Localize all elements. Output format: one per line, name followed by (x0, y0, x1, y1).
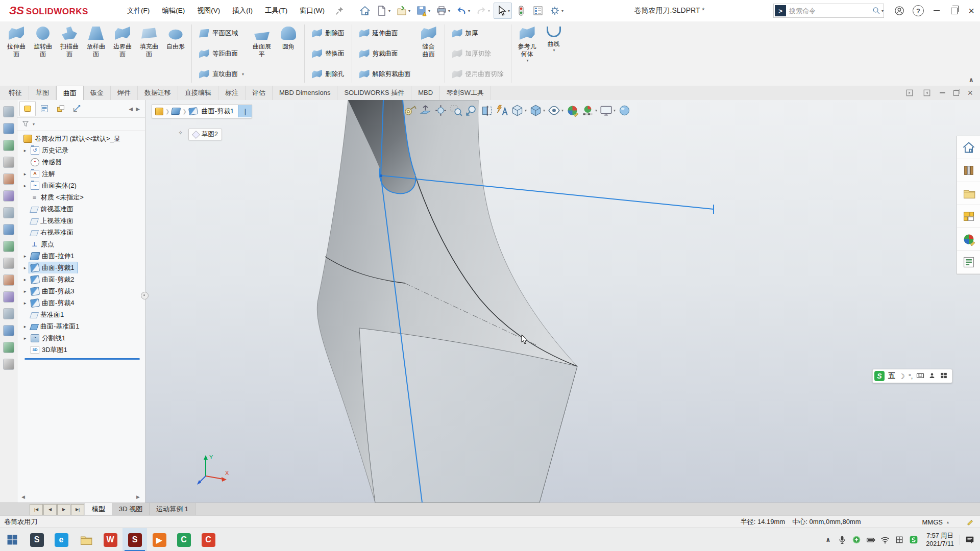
doc-tab-1[interactable]: 3D 视图 (112, 503, 150, 516)
tree-item-5[interactable]: 材质 <未指定> (17, 191, 145, 203)
left-toolbar-icon-10[interactable] (3, 258, 14, 269)
view-settings-tool[interactable]: ▾ (599, 103, 616, 118)
save-button[interactable]: ▾ (414, 3, 432, 19)
pane-right-icon[interactable] (922, 88, 932, 97)
pin-menu-icon[interactable] (335, 6, 345, 16)
planar-surface-button[interactable]: 平面区域 (194, 24, 249, 42)
status-units[interactable]: MMGS ▴ (922, 518, 949, 526)
options-list-button[interactable] (530, 3, 546, 19)
left-toolbar-icon-4[interactable] (3, 157, 14, 168)
sogou-ime-icon[interactable] (906, 528, 921, 551)
expand-arrow-icon[interactable]: ▸ (21, 324, 29, 329)
appearances-tab[interactable] (957, 228, 980, 251)
loft-surface-button[interactable]: 放样曲 面 (83, 22, 109, 58)
tree-item-16[interactable]: ▸曲面-基准面1 (17, 320, 145, 332)
section-view-tool[interactable] (480, 103, 494, 118)
expand-arrow-icon[interactable]: ▸ (21, 336, 29, 341)
panel-splitter-handle[interactable] (141, 292, 149, 299)
apply-scene-tool[interactable]: ▾ (581, 103, 598, 118)
tab-3[interactable]: 钣金 (84, 86, 111, 100)
featuremanager-tab[interactable] (19, 101, 36, 116)
propertymanager-tab[interactable] (37, 102, 52, 116)
display-style-tool[interactable]: ▾ (529, 103, 546, 118)
ruled-surface-button[interactable]: 直纹曲面▾ (194, 65, 249, 83)
expand-arrow-icon[interactable]: ▸ (21, 148, 29, 153)
sketch-tag[interactable]: 草图2 (188, 129, 222, 140)
sogou-logo-icon[interactable]: S (874, 371, 885, 381)
edge-app[interactable]: e (49, 528, 74, 551)
panel-tab-scroll-left[interactable]: ◀ (127, 105, 135, 113)
left-toolbar-icon-3[interactable] (3, 140, 14, 151)
tree-item-13[interactable]: ▸曲面-剪裁3 (17, 285, 145, 297)
left-toolbar-icon-13[interactable] (3, 308, 14, 319)
knit-surface-button[interactable]: 缝合 曲面 (415, 22, 442, 58)
expand-arrow-icon[interactable]: ▸ (21, 183, 29, 188)
expand-arrow-icon[interactable]: ▸ (21, 289, 29, 294)
tab-7[interactable]: 标注 (218, 86, 246, 100)
start-button[interactable] (0, 528, 24, 551)
tree-scroll-right[interactable]: ▶ (136, 494, 140, 499)
file-explorer-tab[interactable] (957, 182, 980, 205)
tree-item-2[interactable]: 传感器 (17, 156, 145, 168)
new-document-button[interactable]: ▾ (374, 3, 393, 19)
minimize-button[interactable] (928, 3, 945, 18)
tab-2[interactable]: 曲面 (56, 86, 84, 100)
delete-face-button[interactable]: 删除面 (307, 24, 349, 42)
sogou-ime-bar[interactable]: S 五 ☽ °, (872, 369, 952, 383)
pane-left-icon[interactable] (905, 88, 914, 97)
menu-item-2[interactable]: 视图(V) (192, 4, 225, 18)
tab-6[interactable]: 直接编辑 (178, 86, 218, 100)
doc-close-button[interactable]: × (967, 88, 973, 98)
doc-restore-button[interactable] (953, 90, 959, 96)
expand-arrow-icon[interactable]: ▸ (21, 265, 29, 270)
offset-surface-button[interactable]: 等距曲面 (194, 45, 249, 62)
search-input[interactable] (788, 7, 872, 15)
zoom-to-area-tool[interactable] (449, 103, 463, 118)
tree-item-11[interactable]: ▸曲面-剪裁1 (17, 262, 145, 273)
select-button[interactable]: ▾ (494, 3, 512, 19)
restore-button[interactable] (945, 3, 963, 18)
rebuild-button[interactable] (513, 3, 529, 19)
tree-item-0[interactable]: 卷筒农用刀 (默认<<默认>_显 (17, 133, 145, 144)
tab-scroll-last[interactable]: ▶| (71, 504, 84, 515)
hide-show-items-tool[interactable]: ▾ (547, 103, 564, 118)
dimxpertmanager-tab[interactable] (69, 102, 85, 116)
left-toolbar-icon-6[interactable] (3, 190, 14, 202)
resources-tab[interactable] (957, 136, 980, 159)
expand-arrow-icon[interactable]: ▸ (21, 254, 29, 259)
undo-button[interactable]: ▾ (454, 3, 472, 19)
wifi-icon[interactable] (878, 528, 892, 551)
tab-10[interactable]: SOLIDWORKS 插件 (337, 86, 411, 100)
microphone-icon[interactable] (835, 528, 849, 551)
left-toolbar-icon-1[interactable] (3, 106, 14, 117)
capture-app[interactable]: C (172, 528, 196, 551)
ime-person-icon[interactable] (928, 371, 936, 381)
thicken-button[interactable]: 加厚 (448, 24, 508, 42)
rollback-bar[interactable] (24, 358, 140, 360)
left-toolbar-icon-8[interactable] (3, 224, 14, 235)
tree-item-8[interactable]: 右视基准面 (17, 227, 145, 238)
menu-item-5[interactable]: 窗口(W) (295, 4, 330, 18)
part-icon[interactable] (155, 108, 163, 115)
options-button[interactable]: ▾ (547, 3, 566, 19)
untrim-surface-button[interactable]: 解除剪裁曲面 (355, 65, 415, 83)
tab-1[interactable]: 草图 (29, 86, 56, 100)
tab-4[interactable]: 焊件 (111, 86, 138, 100)
design-library-tab[interactable] (957, 159, 980, 182)
open-button[interactable]: ▾ (394, 3, 412, 19)
curves-button[interactable]: 曲线▾ (541, 22, 567, 53)
surface-body-icon[interactable] (171, 108, 181, 115)
tab-scroll-next[interactable]: ▶ (57, 504, 70, 515)
view-orientation-tool[interactable]: ▾ (510, 103, 527, 118)
trim-surface-button[interactable]: 剪裁曲面 (355, 45, 415, 62)
wps-app[interactable]: W (98, 528, 122, 551)
graphics-viewport[interactable]: Y X ❯ ❯ 曲面-剪裁1 ❘ ✧ 草图2 (145, 100, 980, 503)
ime-moon-icon[interactable]: ☽ (899, 372, 905, 380)
doc-minimize-button[interactable] (940, 92, 945, 93)
left-toolbar-icon-16[interactable] (3, 359, 14, 370)
tab-scroll-first[interactable]: |◀ (30, 504, 43, 515)
tab-8[interactable]: 评估 (246, 86, 273, 100)
menu-item-0[interactable]: 文件(F) (122, 4, 155, 18)
configurationmanager-tab[interactable] (53, 102, 68, 116)
ime-punctuation-icon[interactable]: °, (909, 372, 913, 380)
